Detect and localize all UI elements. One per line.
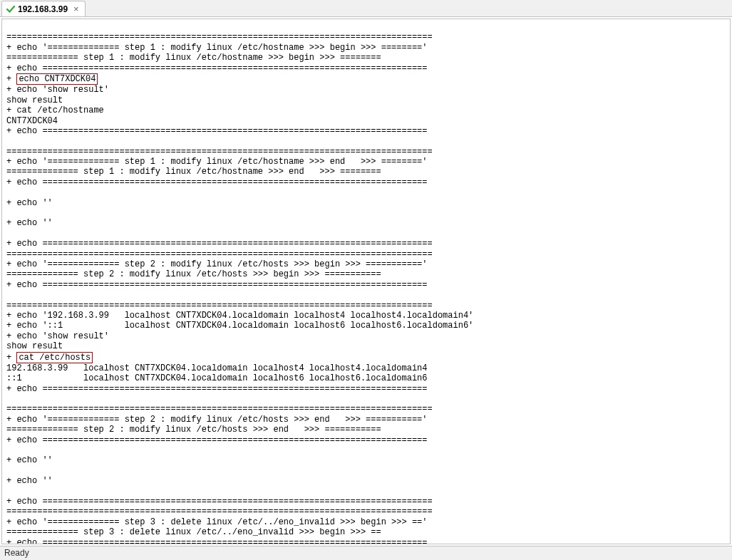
output-line: + echo =================================… bbox=[6, 177, 428, 187]
output-line: CNT7XDCK04 bbox=[6, 116, 58, 126]
output-line: + echo '============== step 2 : modify l… bbox=[6, 415, 428, 425]
output-line: ========================================… bbox=[6, 301, 433, 311]
output-line: + echo '' bbox=[6, 218, 53, 228]
output-line: + echo '' bbox=[6, 476, 53, 486]
output-line: ============== step 1 : modify linux /et… bbox=[6, 53, 381, 63]
tab-session[interactable]: 192.168.3.99 × bbox=[1, 1, 86, 16]
output-line: + echo '' bbox=[6, 198, 53, 208]
output-line: + echo 'show result' bbox=[6, 331, 109, 341]
output-line: ============== step 3 : delete linux /et… bbox=[6, 527, 381, 537]
status-bar: Ready bbox=[0, 546, 732, 560]
output-line: + echo =================================… bbox=[6, 239, 433, 249]
output-line: ============== step 1 : modify linux /et… bbox=[6, 167, 381, 177]
output-line: ========================================… bbox=[6, 507, 433, 517]
output-line: ========================================… bbox=[6, 147, 433, 157]
output-line: + echo =================================… bbox=[6, 435, 428, 445]
highlight-hostname-echo: echo CNT7XDCK04 bbox=[16, 73, 98, 85]
output-line: + echo =================================… bbox=[6, 538, 428, 544]
output-line: show result bbox=[6, 95, 63, 105]
output-line: + cat /etc/hostname bbox=[6, 105, 104, 115]
check-icon bbox=[6, 5, 15, 14]
tab-title: 192.168.3.99 bbox=[18, 4, 68, 14]
output-line: + echo '::1 localhost CNT7XDCK04.localdo… bbox=[6, 321, 473, 331]
output-line: + echo '192.168.3.99 localhost CNT7XDCK0… bbox=[6, 311, 473, 321]
output-line: + echo =================================… bbox=[6, 63, 428, 73]
output-line: ============== step 2 : modify linux /et… bbox=[6, 269, 381, 279]
output-line: + echo =================================… bbox=[6, 126, 428, 136]
output-line: show result bbox=[6, 341, 63, 351]
output-line: + echo '============== step 1 : modify l… bbox=[6, 157, 428, 167]
output-line: ============== step 2 : modify linux /et… bbox=[6, 425, 381, 435]
terminal-output[interactable]: ========================================… bbox=[1, 19, 731, 544]
output-line: ::1 localhost CNT7XDCK04.localdomain loc… bbox=[6, 373, 428, 383]
output-line: + echo 'show result' bbox=[6, 85, 109, 95]
output-line: ========================================… bbox=[6, 249, 433, 259]
output-line: + echo '============== step 3 : delete l… bbox=[6, 517, 428, 527]
output-line-prefix: + bbox=[6, 353, 16, 363]
output-line: ========================================… bbox=[6, 404, 433, 414]
output-line: + echo '' bbox=[6, 455, 53, 465]
close-icon[interactable]: × bbox=[73, 4, 79, 14]
output-line-prefix: + bbox=[6, 74, 16, 84]
output-line: + echo '============== step 2 : modify l… bbox=[6, 259, 428, 269]
output-line: 192.168.3.99 localhost CNT7XDCK04.locald… bbox=[6, 363, 428, 373]
tab-bar: 192.168.3.99 × bbox=[0, 0, 732, 17]
output-line: + echo =================================… bbox=[6, 497, 433, 507]
output-line: + echo '============== step 1 : modify l… bbox=[6, 43, 428, 53]
output-line: + echo =================================… bbox=[6, 280, 428, 290]
output-line: + echo =================================… bbox=[6, 384, 428, 394]
highlight-cat-hosts: cat /etc/hosts bbox=[16, 352, 93, 363]
output-line: ========================================… bbox=[6, 32, 433, 42]
status-text: Ready bbox=[4, 548, 29, 558]
